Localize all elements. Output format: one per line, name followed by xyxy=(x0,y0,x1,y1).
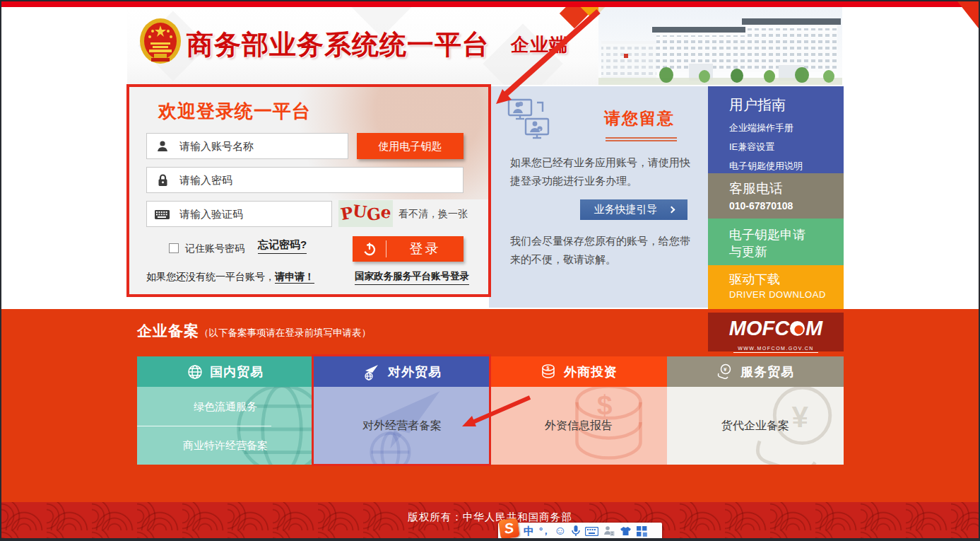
mofcom-login-page: 商务部业务系统统一平台企业端 xyxy=(0,0,980,541)
mofcom-building-photo xyxy=(598,7,842,85)
captcha-input[interactable] xyxy=(146,201,332,227)
svg-text:¥: ¥ xyxy=(724,366,727,373)
tab-foreign-investment[interactable]: $ 外商投资 xyxy=(490,356,667,387)
punctuation-mode-icon[interactable]: °， xyxy=(539,523,549,540)
top-red-bar xyxy=(1,1,979,7)
microphone-icon[interactable] xyxy=(572,525,580,537)
no-account-row: 如果您还没有统一平台账号，请申请！ xyxy=(146,269,314,284)
svg-text:+: + xyxy=(538,127,541,132)
item-foreign-operator-filing[interactable]: 对外经营者备案 xyxy=(314,387,490,465)
coins-icon: $ xyxy=(540,363,557,380)
login-button-label: 登录 xyxy=(386,240,464,258)
mofcom-logo-tail: M xyxy=(805,317,822,340)
filing-subtitle: （以下备案事项请在登录前填写申请表） xyxy=(199,327,371,338)
emoji-icon[interactable]: ☺ xyxy=(554,523,566,540)
power-icon xyxy=(353,240,386,257)
site-subtitle: 企业端 xyxy=(511,34,568,55)
item-freight-forwarder-filing[interactable]: 货代企业备案 xyxy=(667,387,844,465)
sidebar-link-manual[interactable]: 企业端操作手册 xyxy=(729,122,844,134)
keyboard-icon xyxy=(155,210,170,219)
login-title: 欢迎登录统一平台 xyxy=(158,99,311,124)
tab-domestic-trade[interactable]: 国内贸易 xyxy=(137,356,314,387)
tab-label: 外商投资 xyxy=(564,363,618,380)
apply-link[interactable]: 请申请！ xyxy=(275,271,314,284)
service-trade-body: ¥ 货代企业备案 xyxy=(667,387,844,465)
user-icon xyxy=(156,140,169,153)
sogou-logo[interactable]: S xyxy=(498,518,519,539)
tab-foreign-trade[interactable]: 对外贸易 xyxy=(314,356,490,387)
remember-label: 记住账号密码 xyxy=(185,240,244,257)
driver-download-box[interactable]: 驱动下载 DRIVER DOWNLOAD xyxy=(708,265,844,310)
user-guide-box: 用户指南 企业端操作手册 IE兼容设置 电子钥匙使用说明 xyxy=(708,86,844,173)
mofcom-logo-head: MOFC xyxy=(729,317,789,340)
captcha-image[interactable]: PUGe xyxy=(338,200,393,227)
quick-guide-button[interactable]: 业务快捷引导 xyxy=(580,199,687,220)
foreign-trade-body: 对外经营者备案 xyxy=(314,387,490,465)
tab-label: 服务贸易 xyxy=(740,363,794,380)
lock-icon xyxy=(157,173,169,187)
sidebar-link-ie[interactable]: IE兼容设置 xyxy=(729,141,844,153)
forgot-password-link[interactable]: 忘记密码? xyxy=(258,238,307,254)
toolbox-icon[interactable] xyxy=(637,526,647,537)
notice-title: 请您留意 xyxy=(604,107,675,129)
driver-download-subtitle: DRIVER DOWNLOAD xyxy=(729,289,844,300)
user-guide-title: 用户指南 xyxy=(729,95,844,115)
ekey-apply-line1: 电子钥匙申请 xyxy=(729,226,844,243)
ekey-apply-line2: 与更新 xyxy=(729,243,844,260)
driver-download-title: 驱动下载 xyxy=(729,271,844,288)
chevron-right-icon xyxy=(668,206,675,214)
header-banner: 商务部业务系统统一平台企业端 xyxy=(127,7,842,85)
ekey-apply-box[interactable]: 电子钥匙申请 与更新 xyxy=(708,219,844,265)
password-input[interactable] xyxy=(146,167,464,193)
notice-paragraph-1: 如果您已经有业务应用账号，请使用快捷登录功能进行业务办理。 xyxy=(510,153,698,191)
mofcom-logo: MOFCM xyxy=(708,317,844,340)
captcha-refresh-link[interactable]: 看不清，换一张 xyxy=(399,201,468,227)
domestic-trade-body: 绿色流通服务 商业特许经营备案 xyxy=(137,387,314,465)
mofcom-url: WWW.MOFCOM.GOV.CN xyxy=(733,346,818,353)
mofcom-logo-globe-icon xyxy=(790,321,805,336)
notice-paragraph-2: 我们会尽量保存您原有的账号，给您带来的不便，敬请谅解。 xyxy=(510,232,698,269)
tab-label: 国内贸易 xyxy=(210,363,264,380)
svg-text:$: $ xyxy=(546,365,550,371)
corner-ribbon-decoration xyxy=(957,1,979,28)
sidebar-link-ekey-help[interactable]: 电子钥匙使用说明 xyxy=(729,160,844,173)
site-title: 商务部业务系统统一平台企业端 xyxy=(187,27,568,63)
filing-title-text: 企业备案 xyxy=(137,322,199,339)
ime-toolbar: S 中 °， ☺ xyxy=(498,523,662,540)
notice-title-underline xyxy=(606,137,677,141)
filing-title: 企业备案（以下备案事项请在登录前填写申请表） xyxy=(137,321,371,341)
ekey-login-button[interactable]: 使用电子钥匙 xyxy=(357,133,464,159)
tab-service-trade[interactable]: ¥ 服务贸易 xyxy=(667,356,844,387)
mofcom-logo-box[interactable]: MOFCM WWW.MOFCOM.GOV.CN xyxy=(708,313,844,351)
gov-platform-login-link[interactable]: 国家政务服务平台账号登录 xyxy=(355,270,469,285)
chinese-mode-icon[interactable]: 中 xyxy=(524,523,534,540)
national-emblem-logo xyxy=(138,17,182,66)
keyboard-icon[interactable] xyxy=(585,527,598,536)
hotline-number: 010-67870108 xyxy=(729,200,844,211)
quick-guide-label: 业务快捷引导 xyxy=(594,203,658,216)
account-input[interactable] xyxy=(146,133,348,159)
tab-label: 对外贸易 xyxy=(388,363,442,380)
hand-yen-icon: ¥ xyxy=(716,363,733,380)
remember-checkbox[interactable] xyxy=(169,243,179,253)
item-franchise-filing[interactable]: 商业特许经营备案 xyxy=(137,426,314,465)
foreign-investment-body: $ 外资信息报告 xyxy=(490,387,667,465)
hotline-box: 客服电话 010-67870108 xyxy=(708,173,844,219)
skin-icon[interactable] xyxy=(620,526,632,536)
login-button[interactable]: 登录 xyxy=(353,236,464,262)
item-green-circulation[interactable]: 绿色流通服务 xyxy=(137,387,314,426)
site-title-text: 商务部业务系统统一平台 xyxy=(187,30,490,59)
globe-icon xyxy=(187,364,203,380)
item-foreign-capital-report[interactable]: 外资信息报告 xyxy=(490,387,667,465)
plane-globe-icon xyxy=(362,363,381,380)
account-transfer-icon: + xyxy=(507,98,554,141)
user-doc-icon[interactable] xyxy=(603,525,615,537)
divider xyxy=(137,426,271,426)
copyright-text: 版权所有：中华人民共和国商务部 xyxy=(1,511,979,524)
hotline-title: 客服电话 xyxy=(729,180,844,198)
no-account-text: 如果您还没有统一平台账号， xyxy=(146,271,275,282)
